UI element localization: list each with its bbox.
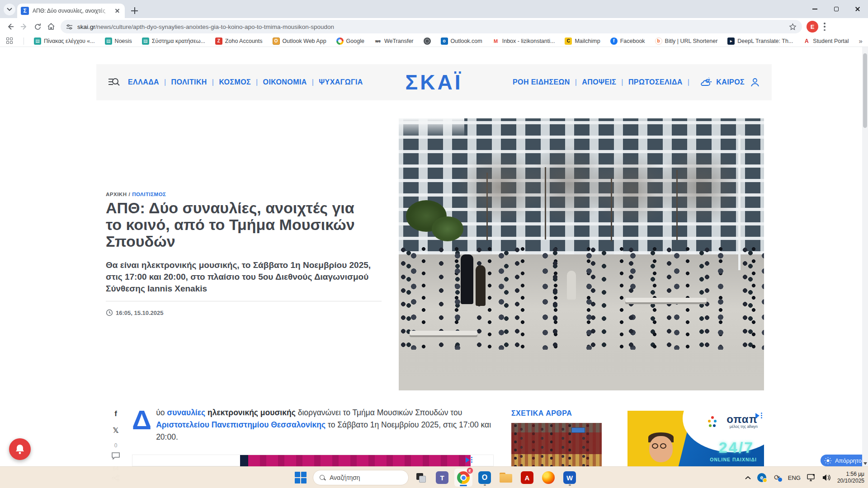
close-button[interactable] (847, 0, 868, 18)
nav-ellada[interactable]: ΕΛΛΑΔΑ (128, 78, 171, 86)
screen: Σ ΑΠΘ: Δύο συναυλίες, ανοιχτές skai.gr/n… (0, 0, 868, 488)
tab-close-icon[interactable] (114, 7, 121, 14)
ad-choices-icon[interactable] (466, 457, 472, 463)
outlook-button[interactable]: O (476, 469, 494, 487)
article-hero-image (399, 118, 764, 390)
bookmark-item[interactable]: OOutlook Web App (273, 38, 326, 45)
windows-logo-icon (295, 472, 307, 483)
bitly-icon: b (655, 38, 662, 45)
bookmark-item[interactable]: Google (336, 38, 364, 45)
taskbar: Αναζήτηση T E O A W e ⟳ ENG 1:56 μμ 20/1… (0, 466, 868, 488)
article-title: ΑΠΘ: Δύο συναυλίες, ανοιχτές για το κοιν… (106, 200, 366, 250)
nav-politiki[interactable]: ΠΟΛΙΤΙΚΗ (171, 78, 219, 86)
acrobat-button[interactable]: A (518, 469, 536, 487)
nav-psychagogia[interactable]: ΨΥΧΑΓΩΓΙΑ (319, 78, 363, 86)
network-icon[interactable] (807, 474, 816, 482)
share-facebook-icon[interactable]: f (114, 409, 117, 418)
home-icon[interactable] (44, 20, 58, 33)
back-icon[interactable] (4, 20, 17, 33)
weather-cloud-icon (700, 78, 712, 87)
eset-tray-icon[interactable]: e (757, 473, 766, 482)
bookmark-item[interactable]: AStudent Portal (803, 38, 849, 45)
bookmark-item[interactable]: bBitly | URL Shortener (655, 38, 718, 45)
breadcrumb-section[interactable]: ΠΟΛΙΤΙΣΜΟΣ (132, 192, 166, 197)
share-x-icon[interactable]: 𝕏 (113, 426, 119, 435)
related-article-thumbnail[interactable] (511, 423, 602, 466)
nav-oikonomia[interactable]: ΟΙΚΟΝΟΜΙΑ (263, 78, 319, 86)
banner-ad[interactable] (132, 455, 494, 466)
bookmark-item[interactable]: ▤Noesis (105, 38, 132, 45)
new-tab-button[interactable] (129, 5, 140, 16)
bookmark-item[interactable]: fFacebook (610, 38, 645, 45)
reload-icon[interactable] (31, 20, 44, 33)
nav-protoselida[interactable]: ΠΡΩΤΟΣΕΛΙΔΑ (628, 78, 694, 86)
file-explorer-button[interactable] (497, 469, 515, 487)
notification-bell-button[interactable] (9, 438, 31, 460)
bookmark-item[interactable]: ▸DeepL Translate: Th... (727, 38, 793, 45)
start-button[interactable] (292, 469, 310, 487)
nav-kosmos[interactable]: ΚΟΣΜΟΣ (219, 78, 263, 86)
link-synaylies[interactable]: συναυλίες (167, 408, 205, 417)
language-indicator[interactable]: ENG (788, 474, 801, 481)
task-view-button[interactable] (412, 469, 430, 487)
scrollbar-down-icon[interactable] (863, 462, 867, 465)
search-menu-icon[interactable] (108, 77, 120, 88)
scrollbar[interactable] (862, 47, 868, 466)
outlook-com-icon: o (441, 38, 448, 45)
bookmark-item[interactable]: oOutlook.com (441, 38, 482, 45)
zoho-icon: Z (215, 38, 222, 45)
firefox-icon (542, 471, 555, 484)
weather-link[interactable]: ΚΑΙΡΟΣ (700, 78, 745, 87)
bookmark-item[interactable] (424, 38, 431, 45)
user-account-icon[interactable] (750, 77, 760, 87)
opap-ad[interactable]: οπαπ μέλος της allwyn 24/7 ONLINE ΠΑΙΧΝΙ… (627, 411, 764, 466)
site-settings-icon[interactable] (66, 23, 73, 30)
ad-choices-icon[interactable] (755, 413, 762, 418)
maximize-button[interactable] (826, 0, 847, 18)
bookmark-item[interactable]: MInbox - lizikonstanti... (492, 38, 555, 45)
apps-grid-icon[interactable] (6, 38, 14, 45)
forward-icon[interactable] (17, 20, 31, 33)
related-articles-heading: ΣΧΕΤΙΚΑ ΑΡΘΡΑ (511, 409, 572, 418)
sync-tray-icon[interactable]: ⟳ (773, 473, 782, 482)
breadcrumb-home[interactable]: ΑΡΧΙΚΗ (106, 192, 127, 197)
tab-list-chevron-icon[interactable] (4, 4, 15, 15)
firefox-button[interactable] (539, 469, 557, 487)
search-icon (320, 475, 326, 481)
clock-icon (106, 309, 113, 316)
bookmark-item[interactable]: weWeTransfer (374, 38, 414, 45)
bookmark-item[interactable]: CMailchimp (565, 38, 600, 45)
nav-apopseis[interactable]: ΑΠΟΨΕΙΣ (582, 78, 628, 86)
minimize-button[interactable] (804, 0, 826, 18)
teams-button[interactable]: T (433, 469, 451, 487)
browser-tab-active[interactable]: Σ ΑΠΘ: Δύο συναυλίες, ανοιχτές (17, 4, 125, 18)
browser-menu-icon[interactable] (824, 23, 826, 31)
tab-title: ΑΠΘ: Δύο συναυλίες, ανοιχτές (33, 8, 110, 14)
bookmark-item[interactable]: ZZoho Accounts (215, 38, 263, 45)
bookmarks-overflow-icon[interactable]: » (859, 37, 863, 45)
divider (106, 301, 382, 301)
tray-chevron-icon[interactable] (745, 476, 751, 479)
link-auth[interactable]: Αριστοτελείου Πανεπιστημίου Θεσσαλονίκης (156, 420, 326, 429)
outlook-web-icon: O (273, 38, 280, 45)
privacy-button[interactable]: Απόρρητο (821, 455, 868, 466)
folder-icon (500, 473, 512, 483)
skai-logo[interactable]: ΣΚΑΪ (406, 70, 463, 94)
word-icon: W (563, 471, 576, 484)
teams-icon: T (436, 471, 448, 484)
ad-24-7-text: 24/7 (719, 439, 754, 456)
word-button[interactable]: W (561, 469, 579, 487)
volume-icon[interactable] (822, 474, 831, 481)
clock[interactable]: 1:56 μμ 20/10/2025 (837, 471, 864, 484)
taskbar-search[interactable]: Αναζήτηση (313, 470, 409, 485)
google-icon (336, 38, 344, 45)
comments-icon[interactable] (111, 452, 120, 460)
scrollbar-thumb[interactable] (863, 53, 867, 128)
profile-avatar[interactable]: E (807, 21, 818, 33)
bookmark-star-icon[interactable] (789, 23, 797, 31)
bookmark-item[interactable]: ▤Πίνακας ελέγχου «... (34, 38, 95, 45)
address-bar[interactable]: skai.gr/news/culture/apth-dyo-synaylies-… (61, 20, 802, 33)
chrome-button[interactable]: E (454, 469, 472, 487)
nav-roi-eidiseon[interactable]: ΡΟΗ ΕΙΔΗΣΕΩΝ (513, 78, 582, 86)
bookmark-item[interactable]: ▤Σύστημα κρατήσεω... (142, 38, 205, 45)
